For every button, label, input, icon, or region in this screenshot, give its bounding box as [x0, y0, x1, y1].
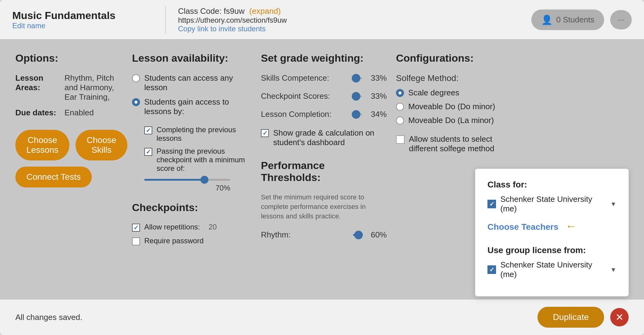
- choose-teachers-link[interactable]: Choose Teachers: [487, 222, 558, 232]
- bottom-btn-row: Connect Tests: [15, 167, 123, 187]
- top-btn-row: Choose Lessons Choose Skills: [15, 130, 123, 160]
- lesson-grade-slider[interactable]: [353, 114, 362, 115]
- show-grade-checkbox[interactable]: [261, 129, 269, 137]
- close-button[interactable]: ✕: [610, 308, 629, 326]
- due-dates-value: Enabled: [64, 108, 94, 117]
- performance-header: Performance Thresholds:: [261, 160, 387, 183]
- lesson-areas-label: Lesson Areas:: [15, 73, 64, 102]
- require-password-checkbox[interactable]: [132, 237, 140, 245]
- passing-checkbox[interactable]: [144, 148, 152, 156]
- lesson-grade-row: Lesson Completion: 34%: [261, 110, 387, 119]
- checkpoints-header: Checkpoints:: [132, 202, 252, 214]
- popup-card: Class for: Schenker State University (me…: [475, 169, 629, 296]
- choose-teachers-row: Choose Teachers ←: [487, 220, 616, 241]
- use-license-value: Schenker State University (me): [500, 260, 606, 279]
- url-line: https://utheory.com/section/fs9uw: [178, 16, 531, 25]
- scale-degrees-row: Scale degrees: [396, 88, 510, 98]
- footer-buttons: Duplicate ✕: [537, 307, 629, 328]
- connect-tests-button[interactable]: Connect Tests: [15, 167, 92, 187]
- radio-gain-access-label: Students gain access to lessons by:: [144, 97, 252, 116]
- allow-solfege-row: Allow students to select different solfe…: [396, 134, 510, 153]
- allow-repetitions-value: 20: [208, 223, 217, 231]
- use-license-label: Use group license from:: [487, 245, 616, 255]
- use-license-checkbox[interactable]: [487, 265, 496, 274]
- radio-any-lesson-circle[interactable]: [132, 74, 140, 82]
- main-content: Options: Lesson Areas: Rhythm, Pitch and…: [0, 40, 644, 299]
- moveable-do-minor-radio[interactable]: [396, 103, 404, 111]
- students-button[interactable]: 👤 0 Students: [531, 10, 604, 30]
- radio-any-lesson[interactable]: Students can access any lesson: [132, 73, 252, 92]
- class-for-row: Schenker State University (me) ▼: [487, 194, 616, 214]
- allow-repetitions-checkbox[interactable]: [132, 224, 140, 232]
- checkpoints-section: Checkpoints: Allow repetitions: 20 Requi…: [132, 202, 252, 245]
- footer: All changes saved. Duplicate ✕: [0, 299, 644, 335]
- students-count: 0 Students: [556, 15, 594, 25]
- lesson-availability-column: Lesson availability: Students can access…: [132, 52, 261, 287]
- completing-label: Completing the previous lessons: [157, 125, 252, 143]
- class-code-line: Class Code: fs9uw (expand): [178, 6, 531, 16]
- app-container: Music Fundamentals Edit name Class Code:…: [0, 0, 644, 335]
- rhythm-slider[interactable]: [353, 234, 362, 236]
- passing-checkbox-item: Passing the previous checkpoint with a m…: [144, 147, 252, 173]
- lesson-availability-header: Lesson availability:: [132, 52, 252, 64]
- completing-checkbox[interactable]: [144, 126, 152, 134]
- checkpoint-grade-thumb[interactable]: [352, 92, 360, 101]
- lesson-grade-pct: 34%: [368, 110, 387, 119]
- checkpoint-grade-slider[interactable]: [353, 95, 362, 97]
- class-for-arrow: ▼: [610, 201, 616, 208]
- allow-solfege-checkbox[interactable]: [396, 135, 405, 144]
- lesson-grade-thumb[interactable]: [352, 110, 360, 119]
- moveable-la-minor-row: Moveable Do (La minor): [396, 116, 510, 125]
- choose-skills-button[interactable]: Choose Skills: [76, 130, 127, 160]
- lesson-areas-row: Lesson Areas: Rhythm, Pitch and Harmony,…: [15, 73, 123, 102]
- grade-weighting-column: Set grade weighting: Skills Competence: …: [261, 52, 396, 287]
- use-license-row: Schenker State University (me) ▼: [487, 260, 616, 279]
- min-score-slider-fill: [144, 179, 204, 181]
- moveable-la-minor-radio[interactable]: [396, 117, 404, 125]
- completing-checkbox-item: Completing the previous lessons: [144, 125, 252, 143]
- header-right: 👤 0 Students ···: [531, 6, 632, 33]
- skills-grade-slider[interactable]: [353, 77, 362, 79]
- skills-grade-thumb[interactable]: [352, 74, 360, 83]
- scale-degrees-label: Scale degrees: [408, 88, 459, 98]
- show-grade-row: Show grade & calculation on student's da…: [261, 128, 387, 147]
- header-left: Music Fundamentals Edit name: [12, 6, 166, 33]
- min-score-slider-track[interactable]: [144, 179, 230, 181]
- lesson-areas-value: Rhythm, Pitch and Harmony, Ear Training,: [64, 73, 123, 102]
- class-title: Music Fundamentals: [12, 10, 153, 21]
- performance-section: Performance Thresholds: Set the minimum …: [261, 160, 387, 240]
- copy-link[interactable]: Copy link to invite students: [178, 25, 531, 33]
- allow-repetitions-item: Allow repetitions: 20: [132, 223, 252, 232]
- min-score-slider-thumb[interactable]: [200, 176, 208, 184]
- passing-label: Passing the previous checkpoint with a m…: [157, 147, 252, 173]
- class-for-value: Schenker State University (me): [500, 194, 606, 214]
- require-password-item: Require password: [132, 237, 252, 245]
- expand-link[interactable]: (expand): [249, 6, 281, 16]
- saved-text: All changes saved.: [15, 313, 82, 322]
- class-for-checkbox[interactable]: [487, 200, 496, 208]
- rhythm-grade-row: Rhythm: 60%: [261, 230, 387, 240]
- skills-grade-row: Skills Competence: 33%: [261, 73, 387, 83]
- header-center: Class Code: fs9uw (expand) https://utheo…: [178, 6, 531, 33]
- allow-solfege-label: Allow students to select different solfe…: [409, 134, 510, 153]
- more-button[interactable]: ···: [610, 10, 632, 29]
- allow-repetitions-label: Allow repetitions:: [144, 223, 200, 231]
- checkpoint-grade-row: Checkpoint Scores: 33%: [261, 91, 387, 101]
- options-header: Options:: [15, 52, 123, 64]
- skills-grade-label: Skills Competence:: [261, 73, 347, 83]
- require-password-label: Require password: [144, 237, 204, 245]
- skills-grade-pct: 33%: [368, 73, 387, 83]
- rhythm-thumb[interactable]: [354, 231, 363, 239]
- scale-degrees-radio[interactable]: [396, 89, 404, 97]
- rhythm-pct: 60%: [368, 230, 387, 240]
- edit-name-link[interactable]: Edit name: [12, 21, 153, 30]
- duplicate-button[interactable]: Duplicate: [537, 307, 604, 328]
- radio-gain-access[interactable]: Students gain access to lessons by:: [132, 97, 252, 116]
- due-dates-label: Due dates:: [15, 108, 64, 117]
- radio-gain-access-circle[interactable]: [132, 98, 140, 106]
- choose-lessons-button[interactable]: Choose Lessons: [15, 130, 69, 160]
- min-score-slider-label: 70%: [144, 184, 230, 192]
- moveable-do-minor-row: Moveable Do (Do minor): [396, 102, 510, 111]
- radio-any-lesson-label: Students can access any lesson: [144, 73, 252, 92]
- class-code-text: Class Code: fs9uw: [178, 6, 245, 16]
